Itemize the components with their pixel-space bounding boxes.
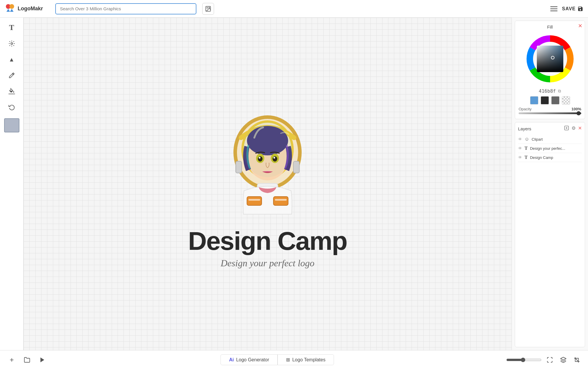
bottom-left-tools: + [6, 354, 48, 366]
hamburger-line [550, 6, 557, 7]
ai-tab-icon: Ai [229, 357, 234, 363]
svg-point-5 [207, 7, 208, 8]
svg-rect-19 [236, 161, 242, 173]
hamburger-menu-button[interactable] [550, 6, 557, 11]
add-layer-button[interactable] [564, 125, 569, 132]
layer-text-icon-main: T [524, 155, 528, 160]
app-logo-text: LogoMakr [18, 6, 43, 12]
layer-text-icon-sub: T [524, 146, 528, 151]
layers-close-button[interactable]: ✕ [578, 125, 582, 132]
history-tool-button[interactable] [4, 100, 20, 114]
color-picker-dot [551, 56, 554, 59]
zoom-slider[interactable] [506, 358, 542, 362]
swatch-blue[interactable] [530, 96, 538, 104]
left-toolbar: T ▲ [0, 18, 24, 350]
hex-value-display: 416b8f [539, 88, 556, 94]
layers-panel-header: Layers ⚙ ✕ [518, 125, 582, 132]
opacity-slider-track [519, 112, 581, 114]
crop-button[interactable] [572, 355, 582, 365]
layer-name-text-main: Design Camp [530, 155, 553, 160]
swatch-gray[interactable] [551, 96, 559, 104]
open-folder-button[interactable] [21, 354, 33, 366]
color-wheel[interactable] [524, 32, 577, 85]
opacity-slider-thumb[interactable] [577, 111, 581, 115]
templates-tab-label: Logo Templates [292, 357, 325, 363]
canvas-content: Design Camp Design your perfect logo [188, 99, 347, 269]
svg-point-26 [243, 122, 292, 177]
layer-clipart-icon: ☺ [524, 137, 529, 142]
opacity-label: Opacity [519, 107, 532, 111]
layers-panel-title: Layers [518, 126, 564, 131]
layer-visibility-text-main[interactable]: 👁 [518, 155, 522, 160]
color-wheel-container [519, 32, 581, 85]
layers-actions: ⚙ ✕ [564, 125, 582, 132]
bottom-center-tabs: Ai Logo Generator ⊞ Logo Templates [53, 354, 502, 365]
logo-icon [5, 4, 15, 14]
pen-tool-button[interactable] [4, 68, 20, 82]
layer-name-clipart: Clipart [532, 137, 543, 142]
layers-settings-button[interactable]: ⚙ [572, 125, 576, 132]
svg-rect-25 [275, 199, 287, 201]
svg-rect-23 [273, 197, 288, 205]
svg-marker-32 [41, 357, 44, 362]
svg-marker-3 [10, 9, 14, 12]
canvas-sub-title: Design your perfect logo [220, 258, 314, 269]
svg-point-1 [9, 4, 14, 9]
svg-rect-20 [293, 161, 299, 173]
text-tool-button[interactable]: T [4, 21, 20, 35]
layer-item-clipart[interactable]: 👁 ☺ Clipart [518, 135, 582, 144]
add-element-button[interactable]: + [6, 354, 18, 366]
fill-tool-button[interactable] [4, 84, 20, 98]
color-picker-square[interactable] [537, 46, 563, 72]
svg-line-34 [575, 358, 579, 361]
svg-marker-33 [561, 357, 566, 360]
ai-logo-generator-tab[interactable]: Ai Logo Generator [220, 354, 278, 365]
logo-area: LogoMakr [5, 4, 52, 14]
bottom-right-controls [506, 355, 582, 365]
layers-panel-toggle-button[interactable] [558, 355, 569, 365]
play-button[interactable] [36, 354, 48, 366]
save-button[interactable]: SAVE [562, 6, 583, 12]
astronaut-clipart [212, 99, 323, 223]
svg-marker-2 [6, 9, 10, 12]
fill-panel-close-button[interactable]: ✕ [578, 23, 582, 29]
right-panel: ✕ Fill [512, 18, 588, 350]
svg-rect-22 [247, 197, 262, 205]
ai-tab-label: Logo Generator [236, 357, 269, 363]
header: LogoMakr SAVE [0, 0, 588, 18]
opacity-slider[interactable] [519, 112, 581, 114]
opacity-row: Opacity 100% [519, 107, 581, 111]
upload-image-button[interactable] [202, 3, 214, 15]
layer-item-text-main[interactable]: 👁 T Design Camp [518, 153, 582, 162]
swatch-transparent[interactable] [562, 96, 570, 104]
opacity-value-display: 100% [572, 107, 581, 111]
fill-panel: ✕ Fill [515, 21, 585, 119]
zoom-slider-wrapper [506, 358, 542, 362]
bottom-bar: + Ai Logo Generator ⊞ Logo Templates [0, 350, 588, 369]
swatch-black[interactable] [541, 96, 549, 104]
hamburger-line [550, 9, 557, 9]
save-label: SAVE [562, 6, 576, 11]
copy-hex-button[interactable]: ⧉ [558, 89, 561, 94]
layer-visibility-text-sub[interactable]: 👁 [518, 146, 522, 151]
swatch-row [519, 96, 581, 104]
hex-row: 416b8f ⧉ [519, 88, 581, 94]
templates-tab-icon: ⊞ [286, 357, 290, 363]
logo-templates-tab[interactable]: ⊞ Logo Templates [278, 354, 334, 365]
layer-visibility-clipart[interactable]: 👁 [518, 137, 522, 142]
search-input[interactable] [55, 3, 196, 14]
layer-thumbnail[interactable] [4, 118, 19, 132]
fill-panel-title: Fill [519, 24, 581, 29]
layers-panel: Layers ⚙ ✕ 👁 ☺ Clipart [515, 122, 585, 347]
main-content: T ▲ [0, 18, 588, 350]
svg-rect-24 [248, 199, 260, 201]
fit-view-button[interactable] [544, 355, 555, 365]
shape-tool-button[interactable]: ▲ [4, 52, 20, 67]
header-right: SAVE [550, 6, 583, 12]
layer-name-text-sub: Design your perfec... [530, 146, 565, 151]
layer-item-text-sub[interactable]: 👁 T Design your perfec... [518, 144, 582, 153]
svg-point-8 [11, 43, 13, 44]
canvas-area[interactable]: Design Camp Design your perfect logo [24, 18, 512, 350]
hamburger-line [550, 11, 557, 11]
transform-tool-button[interactable] [4, 36, 20, 51]
